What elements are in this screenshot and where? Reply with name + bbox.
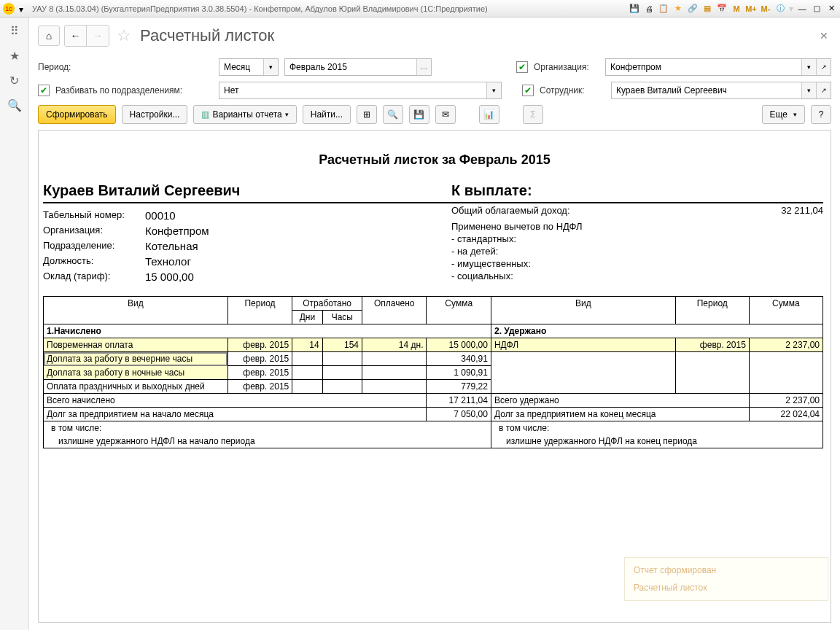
star-icon[interactable]: ★	[672, 3, 684, 15]
link-icon[interactable]: 🔗	[687, 3, 699, 15]
chevron-down-icon[interactable]: ▾	[486, 82, 501, 98]
calc-icon[interactable]: ▦	[701, 3, 713, 15]
sum-button[interactable]: Σ	[523, 105, 543, 124]
copy-icon[interactable]: 📋	[658, 3, 669, 15]
org-combo[interactable]: Конфетпром ▾ ↗	[605, 58, 831, 76]
ded-social: - социальных:	[451, 270, 823, 282]
report-title: Расчетный листок за Февраль 2015	[39, 152, 831, 168]
report-viewport[interactable]: Расчетный листок за Февраль 2015 Кураев …	[38, 130, 831, 623]
forward-button[interactable]: →	[87, 26, 109, 46]
period-type-combo[interactable]: Месяц ▾	[219, 58, 279, 76]
apps-icon[interactable]: ⠿	[7, 23, 22, 38]
preview-button[interactable]: 🔍	[383, 105, 403, 124]
org-info-label: Организация:	[43, 225, 145, 237]
table-row[interactable]: Доплата за работу в ночные часы февр. 20…	[44, 366, 823, 380]
deductions-title: Применено вычетов по НДФЛ	[451, 220, 823, 233]
pos-value: Технолог	[145, 255, 191, 268]
ded-standard: - стандартных:	[451, 233, 823, 245]
maximize-icon[interactable]: ▢	[811, 3, 822, 15]
email-button[interactable]: ✉	[435, 105, 456, 124]
pay-title: К выплате:	[451, 182, 823, 203]
table-row: в том числе: в том числе:	[44, 421, 823, 435]
notification-toast[interactable]: Отчет сформирован Расчетный листок	[624, 557, 828, 601]
tabno-label: Табельный номер:	[43, 209, 145, 222]
org-info-value: Конфетпром	[145, 225, 209, 237]
split-label: Разбивать по подразделениям:	[55, 85, 213, 96]
window-titlebar: 1c ▾ УАУ 8 (3.15.03.04) (БухгалтерияПред…	[0, 0, 840, 18]
dept-label: Подразделение:	[43, 240, 145, 252]
help-button[interactable]: ?	[811, 105, 831, 124]
mplus-button[interactable]: M+	[745, 3, 757, 15]
info-icon[interactable]: ⓘ	[774, 3, 786, 15]
window-title: УАУ 8 (3.15.03.04) (БухгалтерияПредприят…	[32, 4, 629, 13]
chart-button[interactable]: 📊	[479, 105, 499, 124]
history-icon[interactable]: ↻	[7, 73, 22, 88]
left-dock: ⠿ ★ ↻ 🔍	[0, 18, 29, 630]
save-report-button[interactable]: 💾	[409, 105, 429, 124]
app-icon: 1c	[3, 3, 15, 15]
employee-name: Кураев Виталий Сергеевич	[43, 182, 451, 203]
m-button[interactable]: M	[731, 3, 742, 15]
period-value-combo[interactable]: Февраль 2015 …	[284, 58, 432, 76]
find-button[interactable]: Найти...	[303, 105, 351, 124]
chevron-down-icon[interactable]: ▾	[801, 59, 816, 75]
salary-label: Оклад (тариф):	[43, 271, 145, 283]
income-label: Общий облагаемый доход:	[451, 205, 570, 216]
org-checkbox[interactable]: ✔	[516, 61, 528, 73]
ded-children: - на детей:	[451, 245, 823, 257]
split-combo[interactable]: Нет ▾	[219, 82, 502, 99]
table-row: Всего начислено 17 211,04 Всего удержано…	[44, 394, 823, 408]
mminus-button[interactable]: M-	[760, 3, 771, 15]
dropdown-icon[interactable]: ▾	[19, 4, 28, 13]
notification-text: Расчетный листок	[634, 583, 819, 593]
emp-combo[interactable]: Кураев Виталий Сергеевич ▾ ↗	[611, 82, 831, 99]
period-label: Период:	[38, 62, 213, 72]
table-row[interactable]: Оплата праздничных и выходных дней февр.…	[44, 380, 823, 394]
table-row: излишне удержанного НДФЛ на начало перио…	[44, 435, 823, 448]
generate-button[interactable]: Сформировать	[38, 105, 116, 124]
salary-value: 15 000,00	[145, 271, 194, 283]
table-row[interactable]: Доплата за работу в вечерние часы февр. …	[44, 352, 823, 366]
settings-button[interactable]: Настройки...	[122, 105, 188, 124]
minimize-icon[interactable]: —	[796, 3, 808, 15]
income-value: 32 211,04	[781, 205, 823, 216]
page-title: Расчетный листок	[140, 26, 274, 45]
back-button[interactable]: ←	[65, 26, 87, 46]
dept-value: Котельная	[145, 240, 198, 252]
more-button[interactable]: Еще▾	[762, 105, 805, 124]
calendar-icon[interactable]: 📅	[716, 3, 728, 15]
split-checkbox[interactable]: ✔	[38, 85, 50, 96]
payroll-table: Вид Период Отработано Оплачено Сумма Вид…	[43, 296, 823, 448]
expand-button[interactable]: ⊞	[357, 105, 377, 124]
pos-label: Должность:	[43, 255, 145, 268]
chevron-down-icon[interactable]: ▾	[263, 59, 278, 75]
table-row[interactable]: Повременная оплата февр. 2015 14 154 14 …	[44, 338, 823, 352]
open-icon[interactable]: ↗	[816, 59, 831, 75]
search-icon[interactable]: 🔍	[7, 98, 22, 112]
open-icon[interactable]: ↗	[816, 82, 831, 98]
org-label: Организация:	[534, 62, 599, 72]
save-icon[interactable]: 💾	[629, 3, 640, 15]
favorite-icon[interactable]: ★	[7, 48, 22, 63]
emp-label: Сотрудник:	[540, 85, 605, 96]
table-row: Долг за предприятием на начало месяца 7 …	[44, 408, 823, 421]
content-area: ⌂ ← → ☆ Расчетный листок ✕ Период: Месяц…	[29, 18, 840, 630]
tabno-value: 00010	[145, 209, 176, 222]
ellipsis-icon[interactable]: …	[416, 59, 431, 75]
print-icon[interactable]: 🖨	[643, 3, 655, 15]
close-tab-button[interactable]: ✕	[817, 27, 831, 44]
bookmark-star-icon[interactable]: ☆	[117, 26, 131, 45]
ded-property: - имущественных:	[451, 257, 823, 270]
home-button[interactable]: ⌂	[38, 26, 60, 46]
chevron-down-icon[interactable]: ▾	[801, 82, 816, 98]
close-icon[interactable]: ✕	[825, 3, 837, 15]
variants-button[interactable]: ▥Варианты отчета▾	[193, 105, 296, 124]
emp-checkbox[interactable]: ✔	[522, 85, 534, 96]
notification-title: Отчет сформирован	[634, 565, 819, 575]
